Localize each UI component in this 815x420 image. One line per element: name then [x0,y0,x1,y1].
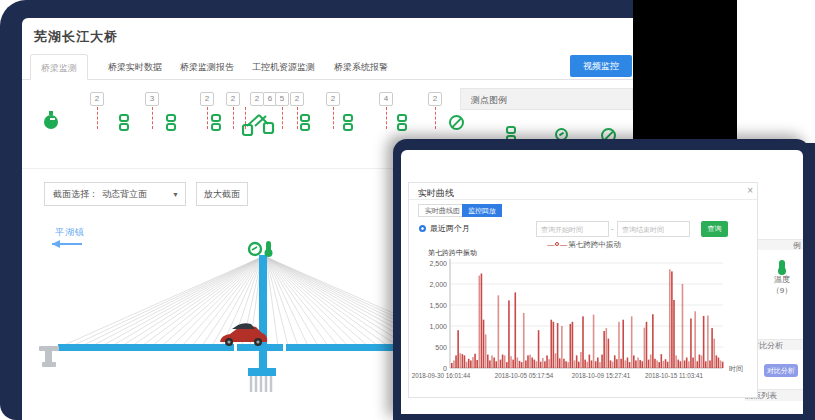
sensor-dash-line [152,107,153,129]
tab-realtime-curve[interactable]: 实时曲线图 [418,204,467,217]
compare-analysis-header: 对比分析 [751,339,803,350]
bridge-tower [259,255,267,373]
svg-text:2,500: 2,500 [429,260,447,267]
thermometer-icon [779,260,785,273]
svg-text:2018-10-15 11:03:41: 2018-10-15 11:03:41 [645,372,704,379]
legend-panel-header: 测点图例 [460,88,633,110]
sensor-dash-line [282,107,283,129]
sensor-dash-line [207,107,208,129]
sensor-count-badge: 2 [326,92,340,106]
temperature-label: 温度 [767,274,797,285]
svg-text:2018-09-30 16:01:44: 2018-09-30 16:01:44 [412,372,471,379]
chevron-down-icon[interactable]: ▼ [172,191,185,198]
sensor-count-badge: 5 [275,92,289,106]
sensor-count-badge: 2 [226,92,240,106]
svg-text:0: 0 [443,365,447,372]
stopwatch-icon[interactable] [44,111,60,131]
page-background: 芜湖长江大桥 桥梁监测 桥梁实时数据 桥梁监测报告 工控机资源监测 桥梁系统报警… [0,0,815,420]
section-select-group[interactable]: 截面选择： 动态背立面 ▼ [44,182,186,206]
tab-monitor-playback[interactable]: 监控回放 [462,204,502,217]
compare-analysis-button[interactable]: 对比分析 [764,364,798,377]
query-button[interactable]: 查询 [701,221,728,237]
sensor-count-badge: 2 [200,92,214,106]
svg-text:2018-10-05 05:17:54: 2018-10-05 05:17:54 [495,372,554,379]
tab-system-alarm[interactable]: 桥梁系统报警 [324,54,398,80]
sensor-count-badge: 2 [428,92,442,106]
tab-monitor-report[interactable]: 桥梁监测报告 [170,54,244,80]
legend-label: 第七跨跨中振动 [568,240,621,249]
sensor-count-badge: 3 [145,92,159,106]
tab-ipc-resource[interactable]: 工控机资源监测 [242,54,325,80]
legend-circle-icon [555,242,559,246]
close-icon[interactable]: × [747,185,753,196]
legend-line-icon: — [560,240,567,249]
end-time-input[interactable] [617,221,690,237]
svg-text:1,500: 1,500 [429,302,447,309]
temperature-count: （9） [767,285,797,296]
sensor-dash-line [386,107,387,129]
enlarge-section-button[interactable]: 放大截面 [196,182,248,206]
detail-window-frame: 例 温度 （9） 对比分析 对比分析 测点列表 实时曲线 × 实时曲线图 监控回… [393,139,810,420]
start-time-input[interactable] [536,221,609,237]
sensor-count-badge: 4 [379,92,393,106]
svg-text:1,000: 1,000 [429,323,447,330]
no-entry-sensor-icon[interactable] [449,115,464,130]
black-backdrop [633,0,737,141]
realtime-curve-dialog: 实时曲线 × 实时曲线图 监控回放 最近两个月 - 查询 —— 第七跨跨中振动 … [408,182,758,398]
tower-piles [251,376,271,392]
svg-text:500: 500 [435,344,447,351]
sensor-dash-line [97,107,98,129]
vibration-chart[interactable]: 2,5002,0001,5001,00050002018-09-30 16:01… [409,255,758,397]
legend-line-icon: — [547,240,554,249]
sidebar-legend-header: 例 [757,239,803,250]
left-arrow-icon [52,240,60,248]
strain-sensor-icon[interactable] [397,114,407,131]
video-monitor-button[interactable]: 视频监控 [570,55,632,77]
tower-gauge-icon[interactable] [249,243,261,255]
last-two-months-label: 最近两个月 [430,223,470,234]
tab-bridge-monitor[interactable]: 桥梁监测 [30,54,88,80]
svg-text:2018-10-09 15:27:41: 2018-10-09 15:27:41 [572,372,631,379]
sensor-dash-line [435,107,436,129]
svg-text:2,000: 2,000 [429,281,447,288]
last-two-months-radio[interactable] [419,225,426,232]
detail-window: 例 温度 （9） 对比分析 对比分析 测点列表 实时曲线 × 实时曲线图 监控回… [401,150,803,414]
strain-sensor-icon[interactable] [119,114,129,131]
sensor-dash-line [333,107,334,129]
strain-sensor-icon[interactable] [166,114,176,131]
sensor-count-badge: 2 [90,92,104,106]
section-select-label: 截面选择： [45,188,102,201]
sensor-dash-line [233,107,234,129]
section-select-value[interactable]: 动态背立面 [102,188,172,201]
strain-sensor-icon[interactable] [343,114,353,131]
strain-sensor-icon[interactable] [300,114,310,131]
divider [409,199,757,200]
white-backdrop [737,0,815,143]
page-title: 芜湖长江大桥 [34,28,118,46]
sensor-count-badge: 2 [250,92,264,106]
tower-base-cap [248,368,276,376]
tower-thermometer-icon[interactable] [265,241,273,257]
tab-realtime-data[interactable]: 桥梁实时数据 [98,54,172,80]
sensor-dash-line [297,107,298,129]
strain-sensor-icon[interactable] [211,114,221,131]
truss-sensor-icon[interactable] [242,111,278,137]
range-separator: - [611,224,614,233]
temperature-legend-item[interactable]: 温度 （9） [767,260,797,296]
svg-text:时间: 时间 [729,365,743,373]
sensor-count-badge: 2 [290,92,304,106]
main-tabbar: 桥梁监测 桥梁实时数据 桥梁监测报告 工控机资源监测 桥梁系统报警 [22,54,633,80]
left-pier [39,346,59,367]
